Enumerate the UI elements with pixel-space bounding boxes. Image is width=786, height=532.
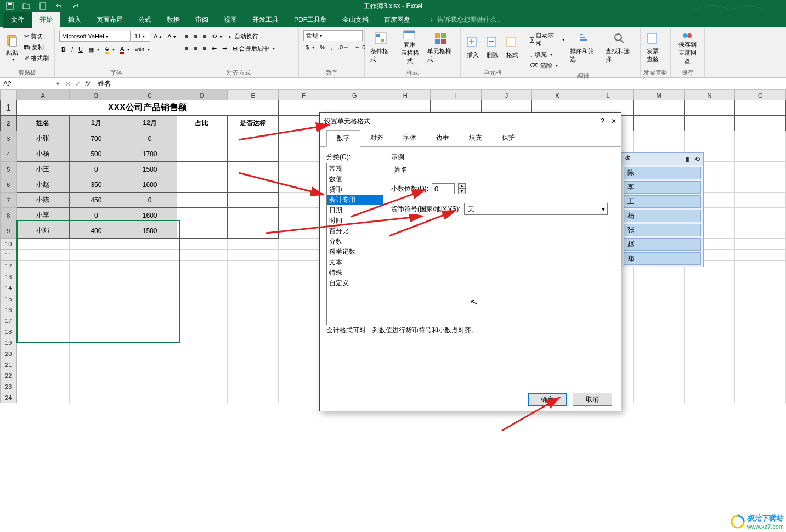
format-cell-button[interactable]: 格式 [502, 29, 522, 66]
cell-7-3[interactable] [177, 193, 228, 208]
cell-20-2[interactable] [123, 348, 177, 359]
cell-19-1[interactable] [70, 337, 123, 348]
category-item-日期[interactable]: 日期 [327, 205, 383, 216]
cell-3-0[interactable]: 小张 [16, 131, 70, 146]
cell-20-12[interactable] [634, 348, 685, 359]
cell-21-14[interactable] [735, 359, 786, 370]
increase-font-button[interactable]: A▴ [151, 32, 164, 41]
cell-10-14[interactable] [735, 239, 786, 250]
col-header-L[interactable]: L [583, 90, 633, 100]
cell-13-2[interactable] [123, 271, 177, 282]
cell-24-1[interactable] [70, 392, 123, 403]
cell-10-0[interactable] [16, 239, 70, 250]
cell-4-14[interactable] [735, 146, 786, 162]
menu-insert[interactable]: 插入 [60, 12, 89, 28]
cell-23-13[interactable] [684, 381, 735, 392]
font-name-combo[interactable]: Microsoft YaHei▾ [59, 31, 131, 42]
row-header-5[interactable]: 5 [1, 162, 17, 177]
cell-7-4[interactable] [228, 193, 279, 208]
autosum-button[interactable]: ∑自动求和▾ [528, 30, 567, 49]
dialog-tab-对齐[interactable]: 对齐 [360, 130, 393, 147]
cell-20-14[interactable] [735, 348, 786, 359]
cell-21-12[interactable] [634, 359, 685, 370]
row-header-7[interactable]: 7 [1, 193, 17, 208]
cell-21-4[interactable] [228, 359, 279, 370]
col-header-B[interactable]: B [70, 90, 123, 100]
cell-14-4[interactable] [228, 282, 279, 293]
menu-data[interactable]: 数据 [159, 12, 188, 28]
filter-item-张[interactable]: 张 [624, 224, 701, 236]
menu-pdf[interactable]: PDF工具集 [286, 12, 335, 28]
row-header-4[interactable]: 4 [1, 146, 17, 162]
col-header-N[interactable]: N [684, 90, 735, 100]
cell-2-14[interactable] [735, 116, 786, 131]
multi-select-icon[interactable]: ⫼ [685, 155, 691, 163]
help-icon[interactable]: ? [601, 117, 604, 125]
row-header-21[interactable]: 21 [1, 359, 17, 370]
cell-21-0[interactable] [16, 359, 70, 370]
cell-18-14[interactable] [735, 326, 786, 337]
cell-15-12[interactable] [634, 293, 685, 304]
merge-center-button[interactable]: ⊟合并后居中▾ [230, 43, 277, 54]
cell-19-14[interactable] [735, 337, 786, 348]
cell-13-14[interactable] [735, 271, 786, 282]
spin-up-button[interactable]: ▲ [458, 183, 466, 189]
cell-15-4[interactable] [228, 293, 279, 304]
row-header-15[interactable]: 15 [1, 293, 17, 304]
undo-icon[interactable] [55, 2, 64, 10]
cell-21-1[interactable] [70, 359, 123, 370]
align-left-button[interactable]: ≡ [183, 44, 190, 53]
row-header-19[interactable]: 19 [1, 337, 17, 348]
align-right-button[interactable]: ≡ [201, 44, 208, 53]
col-header-D[interactable]: D [177, 90, 228, 100]
cell-17-12[interactable] [634, 315, 685, 326]
row-header-12[interactable]: 12 [1, 261, 17, 271]
cell-2-4[interactable]: 是否达标 [228, 116, 279, 131]
cell-19-13[interactable] [684, 337, 735, 348]
cell-17-13[interactable] [684, 315, 735, 326]
category-item-特殊[interactable]: 特殊 [327, 268, 383, 278]
indent-inc-button[interactable]: ⇥ [220, 44, 229, 53]
cell-12-2[interactable] [123, 261, 177, 271]
col-header-M[interactable]: M [634, 90, 685, 100]
cell-13-0[interactable] [16, 271, 70, 282]
cell-14-1[interactable] [70, 282, 123, 293]
cell-22-14[interactable] [735, 370, 786, 381]
align-top-button[interactable]: ≡ [183, 32, 190, 41]
sort-filter-button[interactable]: 排序和筛选 [567, 29, 602, 66]
cell-18-2[interactable] [123, 326, 177, 337]
row-header-6[interactable]: 6 [1, 177, 17, 193]
cell-18-12[interactable] [634, 326, 685, 337]
col-header-F[interactable]: F [278, 90, 329, 100]
col-header-K[interactable]: K [532, 90, 583, 100]
cell-4-3[interactable] [177, 146, 228, 162]
category-item-百分比[interactable]: 百分比 [327, 226, 383, 236]
cell-10-1[interactable] [70, 239, 123, 250]
cell-5-3[interactable] [177, 162, 228, 177]
cell-6-14[interactable] [735, 177, 786, 193]
cell-7-0[interactable]: 小陈 [16, 193, 70, 208]
cell-14-12[interactable] [634, 282, 685, 293]
baidu-save-button[interactable]: 保存到 百度网盘 [673, 29, 702, 66]
cell-8-1[interactable]: 0 [70, 208, 123, 223]
col-header-J[interactable]: J [481, 90, 531, 100]
cell-12-0[interactable] [16, 261, 70, 271]
fx-icon[interactable]: fx [85, 80, 90, 88]
currency-select[interactable]: 无 ▾ [464, 203, 608, 215]
cell-15-13[interactable] [684, 293, 735, 304]
cancel-button[interactable]: 取消 [573, 393, 612, 406]
cell-3-3[interactable] [177, 131, 228, 146]
cell-12-3[interactable] [177, 261, 228, 271]
cell-3-2[interactable]: 0 [123, 131, 177, 146]
cell-21-13[interactable] [684, 359, 735, 370]
cell-24-13[interactable] [684, 392, 735, 403]
indent-dec-button[interactable]: ⇤ [210, 44, 219, 53]
font-color-button[interactable]: A▾ [118, 44, 132, 55]
row-header-13[interactable]: 13 [1, 271, 17, 282]
menu-baidu[interactable]: 百度网盘 [376, 12, 418, 28]
category-item-文本[interactable]: 文本 [327, 257, 383, 268]
save-icon[interactable] [5, 2, 14, 10]
fill-color-button[interactable]: ⬙▾ [103, 44, 117, 55]
copy-button[interactable]: ⿻复制 [22, 42, 51, 53]
cell-10-4[interactable] [228, 239, 279, 250]
